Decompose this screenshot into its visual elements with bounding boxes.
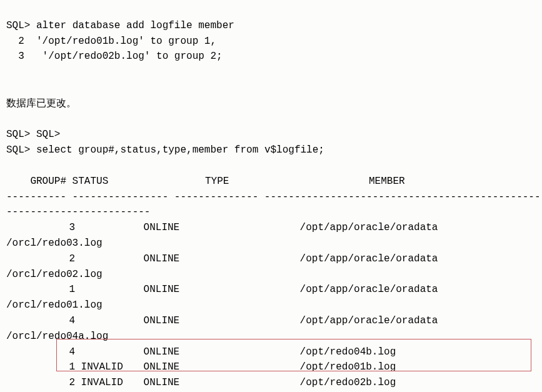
header-group-status: GROUP# STATUS	[6, 174, 205, 189]
cell-type: ONLINE	[144, 282, 300, 298]
cell-status: INVALID	[81, 375, 144, 391]
header-type: TYPE	[205, 174, 369, 189]
cell-group: 2	[6, 375, 75, 391]
select-statement: select group#,status,type,member from v$…	[36, 144, 324, 156]
table-row: 1 INVALIDONLINE/opt/redo01b.log	[6, 361, 396, 373]
cell-member: /opt/app/oracle/oradata	[300, 282, 438, 298]
cell-member: /opt/redo01b.log	[300, 359, 396, 375]
cell-group: 3	[6, 220, 75, 236]
cont-prompt-2: 2	[6, 36, 36, 47]
sql-line-2: '/opt/redo01b.log' to group 1,	[36, 36, 216, 47]
cell-type: ONLINE	[144, 220, 300, 236]
table-row: 1 ONLINE/opt/app/oracle/oradata	[6, 284, 438, 295]
cell-type: ONLINE	[144, 344, 300, 360]
cell-member: /opt/app/oracle/oradata	[300, 220, 438, 236]
cell-member: /opt/redo04b.log	[300, 344, 396, 360]
db-altered-message: 数据库已更改。	[6, 98, 76, 108]
table-row: 2 INVALIDONLINE/opt/redo02b.log	[6, 377, 396, 388]
cell-type: ONLINE	[144, 313, 300, 329]
table-row: 2 ONLINE/opt/app/oracle/oradata	[6, 253, 438, 264]
cont-prompt-3: 3	[6, 51, 43, 62]
divider-2: ------------------------	[6, 206, 150, 218]
wrap-line: /orcl/redo01.log	[6, 299, 103, 311]
cell-member: /opt/redo02b.log	[300, 375, 396, 391]
divider-1: ---------- ---------------- ------------…	[6, 191, 542, 203]
cell-member: /opt/app/oracle/oradata	[300, 251, 438, 267]
sql-prompt-2: SQL>	[6, 144, 30, 156]
cell-type: ONLINE	[144, 359, 300, 375]
terminal-output: SQL> alter database add logfile member 2…	[0, 0, 542, 392]
header-member: MEMBER	[369, 174, 405, 189]
sql-prompt: SQL>	[6, 20, 30, 31]
wrap-line: /orcl/redo02.log	[6, 269, 103, 280]
cell-type: ONLINE	[144, 251, 300, 267]
table-row: 4 ONLINE/opt/app/oracle/oradata	[6, 315, 438, 326]
sql-line-1: alter database add logfile member	[36, 20, 234, 31]
cell-group: 1	[6, 359, 75, 375]
cell-group: 4	[6, 313, 75, 329]
cell-type: ONLINE	[144, 375, 300, 391]
sql-line-3: '/opt/redo02b.log' to group 2;	[43, 51, 223, 62]
cell-status: INVALID	[81, 359, 144, 375]
table-row: 3 ONLINE/opt/app/oracle/oradata	[6, 222, 438, 233]
cell-group: 4	[6, 344, 75, 360]
wrap-line: /orcl/redo04a.log	[6, 331, 108, 342]
cell-group: 1	[6, 282, 75, 298]
cell-member: /opt/app/oracle/oradata	[300, 313, 438, 329]
table-row: 4 ONLINE/opt/redo04b.log	[6, 346, 396, 358]
cell-group: 2	[6, 251, 75, 267]
wrap-line: /orcl/redo03.log	[6, 238, 103, 249]
idle-prompt-1: SQL> SQL>	[6, 129, 60, 140]
